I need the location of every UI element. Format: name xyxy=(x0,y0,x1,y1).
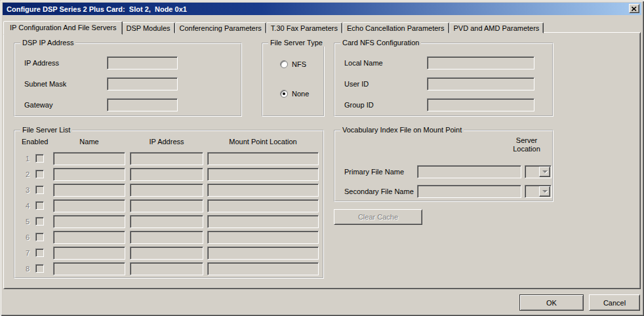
ip-address-field xyxy=(130,215,203,228)
group-dsp-ip-address: DSP IP Address IP Address Subnet Mask Ga… xyxy=(14,43,242,117)
enabled-checkbox xyxy=(35,201,44,210)
group-title: Vocabulary Index File on Mount Point xyxy=(340,126,464,134)
column-header-mount-point-location: Mount Point Location xyxy=(207,138,319,146)
clear-cache-button: Clear Cache xyxy=(334,209,422,225)
ip-address-field xyxy=(130,152,203,165)
group-vocabulary-index: Vocabulary Index File on Mount Point Ser… xyxy=(334,130,553,202)
tab-dsp-modules[interactable]: DSP Modules xyxy=(121,22,174,33)
window-title: Configure DSP Series 2 Plus Card: Slot 2… xyxy=(7,5,187,13)
ip-address-field xyxy=(130,199,203,212)
column-header-ip-address: IP Address xyxy=(130,138,203,146)
ip-address-field xyxy=(107,56,178,69)
mount-point-field xyxy=(207,184,319,197)
gateway-field xyxy=(107,98,178,111)
dialog-window: Configure DSP Series 2 Plus Card: Slot 2… xyxy=(0,0,644,316)
group-title: File Server List xyxy=(20,126,72,134)
subnet-mask-field xyxy=(107,77,178,90)
tab-ip-configuration[interactable]: IP Configuration And File Servers xyxy=(3,21,123,35)
row-number: 1 xyxy=(19,152,30,165)
tab-label: Conferencing Parameters xyxy=(180,24,262,32)
title-bar[interactable]: Configure DSP Series 2 Plus Card: Slot 2… xyxy=(3,3,641,15)
tab-t30-fax-parameters[interactable]: T.30 Fax Parameters xyxy=(266,22,342,33)
group-id-label: Group ID xyxy=(344,98,374,111)
radio-option-none[interactable]: None xyxy=(280,90,309,98)
close-icon xyxy=(632,7,637,11)
ip-address-field xyxy=(130,262,203,275)
name-field xyxy=(53,262,125,275)
tab-label: PVD and AMD Parameters xyxy=(454,24,540,32)
radio-none-label: None xyxy=(292,90,309,98)
enabled-checkbox xyxy=(35,233,44,241)
group-id-field xyxy=(427,98,534,111)
mount-point-field xyxy=(207,152,319,165)
ip-address-field xyxy=(130,231,203,244)
name-field xyxy=(53,152,125,165)
row-number: 3 xyxy=(19,184,30,197)
mount-point-field xyxy=(207,199,319,212)
tab-label: T.30 Fax Parameters xyxy=(271,24,338,32)
local-name-label: Local Name xyxy=(344,56,383,69)
local-name-field xyxy=(427,56,534,69)
tab-conferencing-parameters[interactable]: Conferencing Parameters xyxy=(175,22,266,33)
group-title: Card NFS Configuration xyxy=(340,39,421,47)
tab-page: DSP IP Address IP Address Subnet Mask Ga… xyxy=(3,32,641,289)
ip-address-field xyxy=(130,184,203,197)
tab-label: DSP Modules xyxy=(126,24,170,32)
group-title: File Server Type xyxy=(268,39,325,47)
row-number: 5 xyxy=(19,215,30,228)
secondary-file-name-label: Secondary File Name xyxy=(344,185,414,198)
chevron-down-icon xyxy=(539,186,550,197)
tab-pvd-and-amd-parameters[interactable]: PVD and AMD Parameters xyxy=(449,22,544,33)
close-button[interactable] xyxy=(629,4,639,13)
enabled-checkbox xyxy=(35,170,44,178)
name-field xyxy=(53,231,125,244)
row-number: 4 xyxy=(19,199,30,212)
enabled-checkbox xyxy=(35,248,44,257)
mount-point-field xyxy=(207,231,319,244)
tab-label: IP Configuration And File Servers xyxy=(10,24,116,31)
radio-nfs-label: NFS xyxy=(292,60,306,68)
user-id-field xyxy=(427,77,534,90)
enabled-checkbox xyxy=(35,154,44,163)
group-file-server-list: File Server List Enabled Name IP Address… xyxy=(14,130,324,279)
tab-label: Echo Cancellation Parameters xyxy=(347,24,445,32)
radio-none-icon xyxy=(280,90,288,98)
gateway-label: Gateway xyxy=(24,98,52,111)
name-field xyxy=(53,215,125,228)
column-header-enabled: Enabled xyxy=(22,138,48,146)
name-field xyxy=(53,184,125,197)
group-file-server-type: File Server Type NFS None xyxy=(262,43,325,117)
name-field xyxy=(53,199,125,212)
ok-button[interactable]: OK xyxy=(519,294,584,311)
enabled-checkbox xyxy=(35,186,44,194)
enabled-checkbox xyxy=(35,217,44,226)
secondary-file-name-field xyxy=(417,185,521,198)
chevron-down-icon xyxy=(539,167,550,177)
group-title: DSP IP Address xyxy=(20,39,75,47)
subnet-mask-label: Subnet Mask xyxy=(24,77,66,90)
mount-point-field xyxy=(207,168,319,181)
cancel-button[interactable]: Cancel xyxy=(589,294,640,311)
ip-address-label: IP Address xyxy=(24,56,59,69)
mount-point-field xyxy=(207,262,319,275)
user-id-label: User ID xyxy=(344,77,369,90)
row-number: 8 xyxy=(19,262,30,275)
column-header-name: Name xyxy=(53,138,125,146)
ip-address-field xyxy=(130,247,203,260)
name-field xyxy=(53,247,125,260)
name-field xyxy=(53,168,125,181)
tab-strip: IP Configuration And File Servers DSP Mo… xyxy=(5,20,544,33)
radio-option-nfs[interactable]: NFS xyxy=(280,60,306,68)
row-number: 7 xyxy=(19,247,30,260)
mount-point-field xyxy=(207,247,319,260)
tab-echo-cancellation-parameters[interactable]: Echo Cancellation Parameters xyxy=(342,22,449,33)
primary-file-name-label: Primary File Name xyxy=(344,165,404,178)
group-card-nfs-configuration: Card NFS Configuration Local Name User I… xyxy=(334,43,553,117)
radio-nfs-icon xyxy=(280,60,288,68)
row-number: 6 xyxy=(19,231,30,244)
server-location-label: Server Location xyxy=(509,136,544,153)
mount-point-field xyxy=(207,215,319,228)
primary-file-name-field xyxy=(417,165,521,178)
ip-address-field xyxy=(130,168,203,181)
primary-server-location-combo xyxy=(525,165,552,178)
